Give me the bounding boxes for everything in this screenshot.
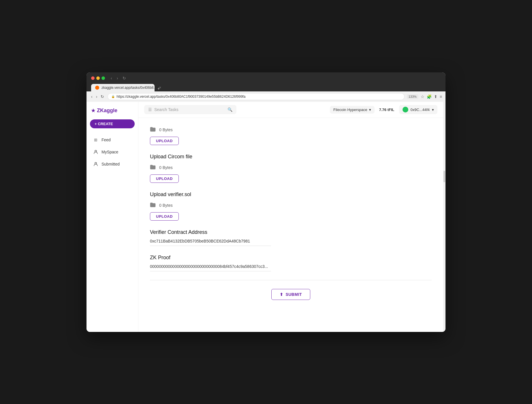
extensions-button[interactable]: 🧩 [427,94,432,99]
tab-bar: zkaggle.vercel.app/tasks/0x406b8... ✕ + [91,84,441,91]
browser-chrome: ‹ › ↻ zkaggle.vercel.app/tasks/0x406b8..… [87,72,445,91]
search-bar[interactable]: ☰ Search Tasks 🔍 [144,105,236,114]
submit-button[interactable]: ⬆ SUBMIT [271,289,310,300]
addr-forward-button[interactable]: › [95,94,99,99]
verifier-address-value: 0xc711BaB4132EbDB5705beB50BCE62DdA48Cb79… [150,239,271,246]
sidebar-item-myspace-label: MySpace [101,150,118,154]
hamburger-icon: ☰ [148,107,152,112]
sidebar-item-submitted[interactable]: Submitted [88,158,136,170]
maximize-traffic-light[interactable] [101,76,105,80]
section-divider [150,280,432,280]
network-label: Filecoin Hyperspace [333,108,367,112]
minimize-traffic-light[interactable] [96,76,100,80]
address-bar-row: ‹ › ↻ 🔒 https://zkaggle.vercel.app/tasks… [87,91,445,102]
sidebar-item-feed[interactable]: ⊞ Feed [88,134,136,146]
submit-label: SUBMIT [285,292,302,297]
folder-icon-circom [150,164,156,171]
address-input[interactable]: 🔒 https://zkaggle.vercel.app/tasks/0x406… [108,93,404,100]
submitted-icon [93,161,99,167]
new-tab-button[interactable]: + [156,86,161,91]
main-content: ☰ Search Tasks 🔍 Filecoin Hyperspace ▾ 7… [138,102,443,332]
wallet-avatar [403,107,408,112]
feed-icon: ⊞ [93,137,99,143]
upload-button-proof[interactable]: UPLOAD [150,137,179,145]
scroll-thumb[interactable] [443,171,445,182]
svg-point-1 [95,162,97,164]
reload-button[interactable]: ↻ [121,75,127,81]
addr-back-button[interactable]: ‹ [90,94,94,99]
myspace-icon [93,149,99,155]
network-chevron-icon: ▾ [369,108,371,112]
verifier-address-label: Verifier Contract Address [150,229,432,235]
address-actions: 133% ☆ 🧩 ⬆ ≡ [407,94,442,99]
zk-proof-section: ZK Proof 0000000000000000000000000000000… [150,255,432,271]
file-size-verifier: 0 Bytes [159,203,173,208]
file-row-circom: 0 Bytes [150,164,432,171]
app-layout: ★ ZKaggle + CREATE ⊞ Feed MySpace [87,102,445,332]
scroll-track [443,102,445,332]
app-header: ☰ Search Tasks 🔍 Filecoin Hyperspace ▾ 7… [138,102,443,118]
create-button[interactable]: + CREATE [90,119,135,128]
browser-window: ‹ › ↻ zkaggle.vercel.app/tasks/0x406b8..… [87,72,445,332]
file-row-verifier: 0 Bytes [150,202,432,209]
upload-section-circom: Upload Circom file 0 Bytes UPLOAD [150,154,432,183]
forward-button[interactable]: › [116,75,119,81]
verifier-section-title: Upload verifier.sol [150,191,432,198]
zk-proof-value: 000000000000000000000000000000084bf457c4… [150,264,271,271]
search-placeholder: Search Tasks [154,107,178,112]
active-tab[interactable]: zkaggle.vercel.app/tasks/0x406b8... ✕ [91,84,155,91]
sidebar-nav: ⊞ Feed MySpace [87,134,138,170]
upload-button-circom[interactable]: UPLOAD [150,174,179,183]
url-text: https://zkaggle.vercel.app/tasks/0x406b8… [116,95,401,99]
traffic-lights [91,76,105,80]
sidebar: ★ ZKaggle + CREATE ⊞ Feed MySpace [87,102,138,332]
tab-favicon [95,86,99,90]
zoom-badge: 133% [407,94,418,99]
address-bar-nav: ‹ › ↻ [90,94,105,99]
bookmark-button[interactable]: ☆ [421,94,424,99]
balance-display: 7.76 tFIL [379,108,394,112]
back-button[interactable]: ‹ [110,75,113,81]
submit-row: ⬆ SUBMIT [150,289,432,300]
zk-proof-label: ZK Proof [150,255,432,261]
tab-title: zkaggle.vercel.app/tasks/0x406b8... [101,86,157,90]
file-row-proof: 0 Bytes [150,127,432,133]
addr-reload-button[interactable]: ↻ [99,94,105,99]
verifier-address-section: Verifier Contract Address 0xc711BaB4132E… [150,229,432,246]
logo-star-icon: ★ [91,108,95,113]
sidebar-item-submitted-label: Submitted [101,162,120,166]
close-traffic-light[interactable] [91,76,95,80]
wallet-button[interactable]: 0x9C...44f4 ▾ [399,105,438,114]
folder-icon-verifier [150,202,156,209]
logo: ★ ZKaggle [87,108,138,119]
sidebar-item-feed-label: Feed [101,138,111,142]
wallet-address: 0x9C...44f4 [411,108,430,112]
header-right: Filecoin Hyperspace ▾ 7.76 tFIL 0x9C...4… [330,105,437,114]
file-size-proof: 0 Bytes [159,127,173,132]
wallet-chevron-icon: ▾ [432,108,434,112]
file-size-circom: 0 Bytes [159,165,173,170]
svg-point-0 [95,150,97,152]
search-icon: 🔍 [228,107,232,112]
logo-text: ZKaggle [97,108,117,114]
circom-section-title: Upload Circom file [150,154,432,160]
submit-upload-icon: ⬆ [280,292,283,297]
browser-controls: ‹ › ↻ [91,75,441,81]
upload-button-verifier[interactable]: UPLOAD [150,212,179,221]
folder-icon-proof [150,127,156,133]
upload-section-verifier: Upload verifier.sol 0 Bytes UPLOAD [150,191,432,221]
sidebar-item-myspace[interactable]: MySpace [88,146,136,158]
menu-button[interactable]: ≡ [440,94,442,99]
upload-section-proof: 0 Bytes UPLOAD [150,127,432,145]
lock-icon: 🔒 [111,95,115,98]
network-button[interactable]: Filecoin Hyperspace ▾ [330,106,375,114]
share-button[interactable]: ⬆ [434,94,437,99]
content-area: 0 Bytes UPLOAD Upload Circom file 0 Byte… [138,118,443,332]
